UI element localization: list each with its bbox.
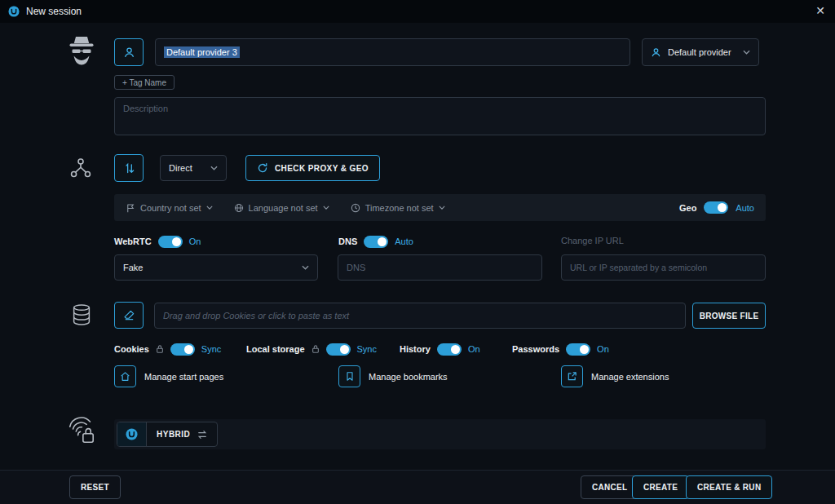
reset-label: RESET bbox=[81, 483, 109, 492]
cookies-state: Sync bbox=[201, 344, 221, 354]
history-toggle-group: History On bbox=[400, 343, 480, 356]
lock-icon bbox=[156, 344, 164, 354]
passwords-toggle[interactable] bbox=[566, 343, 590, 356]
dns-label: DNS bbox=[338, 237, 357, 246]
check-proxy-label: CHECK PROXY & GEO bbox=[275, 164, 369, 173]
manage-bookmarks-label: Manage bookmarks bbox=[369, 372, 448, 382]
profile-avatar-button[interactable] bbox=[114, 38, 144, 66]
dns-toggle[interactable] bbox=[364, 236, 388, 248]
dns-toggle-group: DNS Auto bbox=[338, 235, 413, 248]
home-icon bbox=[114, 365, 136, 387]
change-ip-label: Change IP URL bbox=[561, 236, 624, 245]
change-ip-input-field[interactable] bbox=[570, 263, 757, 272]
extensions-icon bbox=[561, 365, 583, 387]
timezone-select[interactable]: Timezone not set bbox=[351, 203, 445, 213]
cookies-paste-button[interactable] bbox=[114, 302, 144, 329]
add-tag-button[interactable]: + Tag Name bbox=[114, 75, 175, 90]
fingerprint-bar: HYBRID bbox=[114, 419, 766, 449]
local-storage-toggle[interactable] bbox=[326, 343, 351, 356]
language-select-label: Language not set bbox=[249, 203, 318, 213]
manage-start-pages-button[interactable]: Manage start pages bbox=[114, 365, 223, 387]
close-icon[interactable]: ✕ bbox=[812, 3, 828, 18]
provider-select-label: Default provider bbox=[668, 47, 731, 57]
geo-state: Auto bbox=[736, 203, 754, 213]
flag-icon bbox=[126, 203, 135, 213]
refresh-icon bbox=[257, 162, 268, 174]
reset-button[interactable]: RESET bbox=[69, 475, 121, 499]
dns-input[interactable] bbox=[338, 254, 542, 281]
local-storage-label: Local storage bbox=[246, 344, 305, 354]
session-name-value: Default provider 3 bbox=[164, 46, 240, 58]
geo-toggle-group: Geo Auto bbox=[679, 201, 754, 214]
proxy-icon bbox=[123, 162, 135, 175]
chevron-down-icon bbox=[210, 166, 218, 170]
webrtc-state: On bbox=[189, 237, 201, 246]
dialog-title: New session bbox=[26, 6, 82, 17]
manage-extensions-button[interactable]: Manage extensions bbox=[561, 365, 669, 387]
add-tag-label: + Tag Name bbox=[122, 78, 166, 87]
profile-section-icon bbox=[65, 34, 98, 70]
country-select[interactable]: Country not set bbox=[126, 203, 213, 213]
session-name-input[interactable]: Default provider 3 bbox=[155, 38, 630, 66]
geo-settings-bar: Country not set Language not set Timezon… bbox=[114, 194, 766, 221]
geo-toggle[interactable] bbox=[704, 201, 728, 214]
proxy-type-button[interactable] bbox=[114, 154, 144, 182]
cookies-drop-field[interactable] bbox=[163, 311, 677, 321]
storage-section-icon bbox=[69, 303, 94, 330]
fingerprint-mode-label: HYBRID bbox=[147, 430, 197, 439]
person-icon bbox=[651, 47, 661, 58]
lock-icon bbox=[311, 344, 320, 354]
cancel-label: CANCEL bbox=[592, 483, 627, 492]
provider-select[interactable]: Default provider bbox=[642, 38, 759, 66]
fingerprint-section-icon bbox=[65, 414, 96, 449]
webrtc-toggle[interactable] bbox=[158, 236, 183, 248]
dialog-footer: RESET CANCEL CREATE CREATE & RUN bbox=[0, 470, 835, 504]
proxy-section-icon bbox=[68, 156, 93, 183]
history-toggle[interactable] bbox=[437, 343, 462, 356]
chevron-down-icon bbox=[206, 206, 213, 210]
passwords-label: Passwords bbox=[512, 344, 559, 354]
cookies-toggle-group: Cookies Sync bbox=[114, 343, 221, 356]
geo-label: Geo bbox=[679, 203, 696, 213]
passwords-state: On bbox=[597, 344, 609, 354]
language-globe-icon bbox=[234, 203, 244, 213]
cookies-toggle[interactable] bbox=[170, 343, 195, 356]
country-select-label: Country not set bbox=[140, 203, 201, 213]
check-proxy-button[interactable]: CHECK PROXY & GEO bbox=[245, 155, 380, 181]
person-icon bbox=[123, 46, 135, 59]
webrtc-toggle-group: WebRTC On bbox=[114, 235, 201, 248]
manage-bookmarks-button[interactable]: Manage bookmarks bbox=[338, 365, 448, 387]
language-select[interactable]: Language not set bbox=[234, 203, 329, 213]
manage-start-pages-label: Manage start pages bbox=[144, 372, 223, 382]
titlebar: New session ✕ bbox=[0, 0, 835, 23]
local-storage-state: Sync bbox=[357, 344, 377, 354]
dns-state: Auto bbox=[395, 237, 413, 246]
eraser-icon bbox=[123, 309, 135, 321]
create-label: CREATE bbox=[643, 483, 678, 492]
bookmark-icon bbox=[338, 365, 360, 387]
proxy-mode-label: Direct bbox=[169, 163, 192, 173]
cookies-label: Cookies bbox=[114, 344, 149, 354]
description-input[interactable] bbox=[123, 104, 757, 130]
description-textarea[interactable] bbox=[114, 97, 766, 135]
webrtc-mode-select[interactable]: Fake bbox=[114, 254, 318, 281]
local-storage-toggle-group: Local storage Sync bbox=[246, 343, 377, 356]
new-session-dialog: New session ✕ Default provider 3 Default… bbox=[0, 0, 835, 504]
webrtc-label: WebRTC bbox=[114, 237, 152, 246]
webrtc-mode-label: Fake bbox=[123, 263, 143, 272]
app-logo-icon bbox=[8, 6, 20, 17]
chevron-down-icon bbox=[743, 50, 750, 55]
cancel-button[interactable]: CANCEL bbox=[581, 475, 638, 499]
browse-file-label: BROWSE FILE bbox=[700, 312, 759, 321]
cookies-drop-input[interactable] bbox=[154, 303, 686, 329]
fingerprint-mode-button[interactable]: HYBRID bbox=[117, 422, 218, 447]
change-ip-input[interactable] bbox=[561, 254, 766, 281]
create-run-button[interactable]: CREATE & RUN bbox=[686, 475, 772, 499]
proxy-mode-select[interactable]: Direct bbox=[160, 155, 227, 181]
dns-input-field[interactable] bbox=[347, 263, 533, 272]
chevron-down-icon bbox=[439, 206, 445, 210]
clock-icon bbox=[351, 203, 360, 213]
create-button[interactable]: CREATE bbox=[632, 475, 689, 499]
browse-file-button[interactable]: BROWSE FILE bbox=[692, 303, 766, 329]
passwords-toggle-group: Passwords On bbox=[512, 343, 609, 356]
